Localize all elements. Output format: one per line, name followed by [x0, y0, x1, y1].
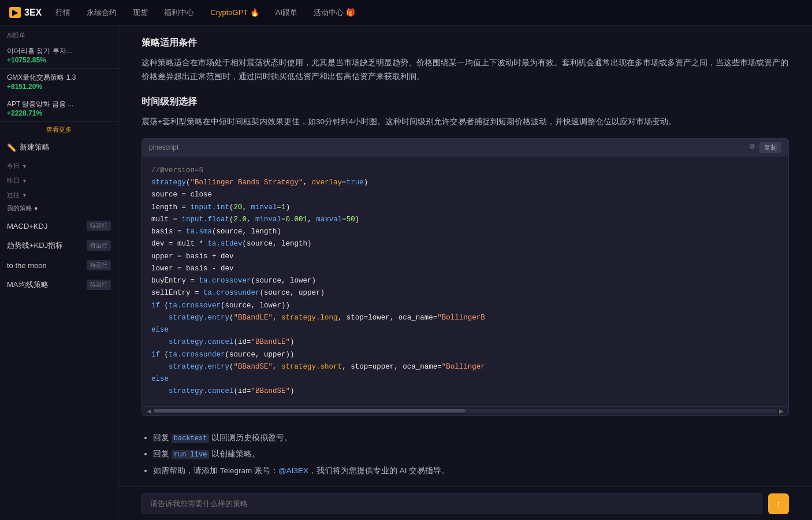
status-badge-4: 待运行	[87, 280, 111, 290]
chat-input-bar: ↑	[118, 486, 812, 520]
telegram-handle: @AI3EX	[278, 466, 308, 475]
section-past-label: 过往	[7, 191, 20, 199]
status-badge-2: 待运行	[87, 240, 111, 251]
code-scrollbar[interactable]: ◀ ▶	[142, 406, 788, 415]
code-header: pinescript ⧉ 复制	[142, 139, 788, 157]
see-more-button[interactable]: 查看更多	[0, 122, 118, 138]
section1-title: 策略适用条件	[141, 37, 789, 49]
my-strategy-macd[interactable]: MACD+KDJ 待运行	[0, 216, 118, 236]
code-container: pinescript ⧉ 复制 //@version=5 strategy("B…	[141, 138, 789, 416]
my-strategy-name-4: MA均线策略	[7, 280, 49, 290]
scroll-right-icon[interactable]: ▶	[777, 408, 786, 414]
nav-item-cryptogpt[interactable]: CryptoGPT 🔥	[210, 8, 259, 17]
top-strategy-3[interactable]: APT 탈중양화 금융 ... +2228.71%	[0, 95, 118, 122]
chat-send-button[interactable]: ↑	[768, 493, 789, 514]
logo-text: 3EX	[24, 8, 42, 18]
strategy-title-3: APT 탈중양화 금융 ...	[7, 99, 111, 109]
strategy-title-2: GMX量化交易策略 1.3	[7, 73, 111, 83]
strategy-return-2: +8151.20%	[7, 83, 111, 91]
scrollbar-track	[154, 409, 777, 413]
my-strategy-ma[interactable]: MA均线策略 待运行	[0, 275, 118, 295]
main-layout: AI跟单 이더리홈 장기 투자... +10752.85% GMX量化交易策略 …	[0, 25, 812, 520]
scrollbar-thumb	[154, 409, 465, 413]
nav-items: 行情 永续合约 现货 福利中心 CryptoGPT 🔥 AI跟单 活动中心 🎁	[55, 8, 355, 18]
strategy-return-1: +10752.85%	[7, 56, 111, 64]
section1-body: 这种策略适合在市场处于相对震荡状态时使用，尤其是当市场缺乏明显趋势、价格围绕某一…	[141, 56, 789, 84]
new-strategy-button[interactable]: ✏️ 新建策略	[0, 138, 118, 157]
top-strategy-1[interactable]: 이더리홈 장기 투자... +10752.85%	[0, 42, 118, 69]
edit-icon: ✏️	[7, 143, 16, 152]
my-strategy-trend[interactable]: 趋势线+KDJ指标 待运行	[0, 236, 118, 255]
my-strategies-header: 我的策略 ●	[0, 200, 118, 216]
section-today-label: 今日	[7, 162, 20, 170]
section2-title: 时间级别选择	[141, 96, 789, 108]
nav-item-market[interactable]: 行情	[55, 8, 70, 18]
send-icon: ↑	[776, 499, 781, 509]
chevron-down-icon-past: ▼	[22, 192, 27, 198]
nav-item-perpetual[interactable]: 永续合约	[87, 8, 117, 18]
sidebar-ai-label: AI跟单	[0, 25, 118, 42]
my-strategy-moon[interactable]: to the moon 待运行	[0, 255, 118, 275]
code-lang-label: pinescript	[149, 143, 178, 151]
new-strategy-label: 新建策略	[20, 142, 50, 153]
strategy-title-1: 이더리홈 장기 투자...	[7, 46, 111, 56]
code-runlive: run live	[172, 450, 210, 459]
section-past[interactable]: 过往 ▼	[0, 186, 118, 200]
bullet-item-1: 回复 backtest 以回测历史模拟盈亏。	[153, 431, 789, 445]
top-strategy-2[interactable]: GMX量化交易策略 1.3 +8151.20%	[0, 69, 118, 95]
section-yesterday[interactable]: 昨日 ▼	[0, 172, 118, 186]
code-block: //@version=5 strategy("Bollinger Bands S…	[142, 157, 788, 406]
bullet-item-2: 回复 run live 以创建策略。	[153, 447, 789, 462]
my-strategy-name-2: 趋势线+KDJ指标	[7, 240, 63, 251]
my-strategy-name-3: to the moon	[7, 261, 47, 270]
status-badge-3: 待运行	[87, 260, 111, 270]
bullet-list: 回复 backtest 以回测历史模拟盈亏。 回复 run live 以创建策略…	[153, 425, 789, 486]
my-strategy-name-1: MACD+KDJ	[7, 222, 47, 231]
nav-item-welfare[interactable]: 福利中心	[164, 8, 194, 18]
top-navigation: ▶ 3EX 行情 永续合约 现货 福利中心 CryptoGPT 🔥 AI跟单 活…	[0, 0, 812, 25]
section2-body: 震荡+套利型策略在中短时间框架内效果更佳，如30分钟到4小时图。这种时间级别允许…	[141, 115, 789, 129]
code-scroll[interactable]: //@version=5 strategy("Bollinger Bands S…	[142, 157, 788, 406]
code-actions: ⧉ 复制	[750, 142, 781, 153]
chevron-down-icon-today: ▼	[22, 164, 27, 169]
section-yesterday-label: 昨日	[7, 176, 20, 185]
chevron-down-icon-yesterday: ▼	[22, 178, 27, 184]
copy-button[interactable]: 复制	[759, 142, 781, 153]
nav-item-follow[interactable]: AI跟单	[275, 8, 297, 18]
logo-box: ▶	[9, 7, 21, 18]
nav-item-activity[interactable]: 活动中心 🎁	[314, 8, 355, 18]
chat-input[interactable]	[141, 493, 762, 514]
scroll-left-icon[interactable]: ◀	[144, 408, 154, 414]
status-badge-1: 待运行	[87, 221, 111, 231]
code-backtest: backtest	[172, 434, 210, 443]
logo[interactable]: ▶ 3EX	[9, 7, 42, 18]
nav-item-spot[interactable]: 现货	[133, 8, 148, 18]
copy-icon: ⧉	[750, 142, 755, 153]
sidebar: AI跟单 이더리홈 장기 투자... +10752.85% GMX量化交易策略 …	[0, 25, 118, 520]
strategy-return-3: +2228.71%	[7, 109, 111, 117]
bullet-item-3: 如需帮助，请添加 Telegram 账号：@AI3EX，我们将为您提供专业的 A…	[153, 464, 789, 478]
section-today[interactable]: 今日 ▼	[0, 157, 118, 172]
content-area: 策略适用条件 这种策略适合在市场处于相对震荡状态时使用，尤其是当市场缺乏明显趋势…	[118, 25, 812, 520]
